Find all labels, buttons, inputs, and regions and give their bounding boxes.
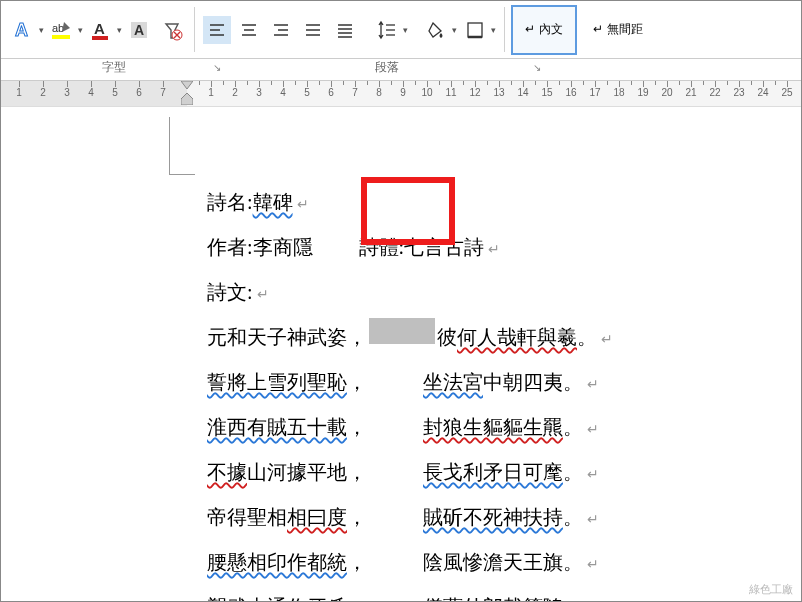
paragraph-mark-icon: ↵ [297, 184, 309, 226]
poem-left-4b: 山河據平地 [247, 451, 347, 493]
ruler-number: 22 [709, 87, 720, 98]
ruler-number: 5 [112, 87, 118, 98]
ruler-number: 2 [40, 87, 46, 98]
style-normal[interactable]: ↵ 內文 [511, 5, 577, 55]
poem-comma-4: ， [347, 451, 367, 493]
poem-left-5a: 帝得聖相 [207, 496, 287, 538]
ruler-number: 14 [517, 87, 528, 98]
doc-line-poem-6: 腰懸相印作都統， 陰風慘澹天王旗。↵ [207, 541, 613, 586]
paragraph-mark-icon: ↵ [587, 364, 599, 406]
font-group: A ▾ ab ▾ A ▾ A [1, 1, 192, 58]
form-label: 詩體: [359, 226, 405, 268]
paragraph-mark-icon: ↵ [587, 589, 599, 601]
highlight-button[interactable]: ab [48, 16, 76, 44]
dropdown-arrow-icon[interactable]: ▾ [491, 25, 496, 35]
poem-comma-3: ， [347, 406, 367, 448]
font-label-text: 字型 [102, 60, 126, 74]
borders-button[interactable] [461, 16, 489, 44]
paragraph-label-text: 段落 [375, 60, 399, 74]
poem-right-2a: 坐法宮 [423, 361, 483, 403]
poem-left-6: 腰懸相印作都統 [207, 541, 347, 583]
title-value: 韓碑 [253, 181, 293, 223]
ruler-number: 3 [256, 87, 262, 98]
ruler-number: 8 [376, 87, 382, 98]
align-left-button[interactable] [203, 16, 231, 44]
ruler-number: 15 [541, 87, 552, 98]
poem-punct-5: 。 [563, 496, 583, 538]
style-no-spacing[interactable]: ↵ 無間距 [585, 5, 651, 55]
dropdown-arrow-icon[interactable]: ▾ [39, 25, 44, 35]
author-value: 李商隱 [253, 226, 313, 268]
document-text[interactable]: 詩名:韓碑↵ 作者:李商隱 詩體:七言古詩↵ 詩文:↵ 元和天子神武姿， 彼何人… [207, 181, 613, 601]
paragraph-group-label: 段落 ↘ [227, 59, 547, 80]
poem-right-4: 長戈利矛日可麾 [423, 451, 563, 493]
dropdown-arrow-icon[interactable]: ▾ [452, 25, 457, 35]
paragraph-mark-icon: ↵ [587, 454, 599, 496]
poem-left-4a: 不據 [207, 451, 247, 493]
horizontal-ruler[interactable]: 7654321123456789101112131415161718192021… [1, 81, 801, 107]
svg-text:ab: ab [52, 22, 64, 34]
char-shading-button[interactable]: A [126, 16, 154, 44]
shading-fill-button[interactable] [422, 16, 450, 44]
poem-punct-4: 。 [563, 451, 583, 493]
ribbon-group-labels: 字型 ↘ 段落 ↘ [1, 59, 801, 81]
poem-punct-3: 。 [563, 406, 583, 448]
dropdown-arrow-icon[interactable]: ▾ [78, 25, 83, 35]
poem-right-pre-1: 彼 [437, 316, 457, 358]
font-color-button[interactable]: A [87, 16, 115, 44]
paragraph-mark-icon: ↵ [587, 499, 599, 541]
body-label: 詩文: [207, 271, 253, 313]
ruler-number: 10 [421, 87, 432, 98]
ruler-number: 23 [733, 87, 744, 98]
justify-button[interactable] [299, 16, 327, 44]
poem-punct-2: 。 [563, 361, 583, 403]
dropdown-arrow-icon[interactable]: ▾ [403, 25, 408, 35]
ruler-number: 16 [565, 87, 576, 98]
styles-group: ↵ 內文 ↵ 無間距 [507, 1, 655, 58]
dropdown-arrow-icon[interactable]: ▾ [117, 25, 122, 35]
first-line-indent-marker[interactable] [181, 81, 193, 91]
clear-formatting-button[interactable] [158, 16, 186, 44]
ruler-number: 6 [328, 87, 334, 98]
poem-left-2: 誓將上雪列聖恥 [207, 361, 347, 403]
paragraph-mark-icon: ↵ [488, 229, 500, 271]
poem-right-7: 儀曹外郎載筆隨 [423, 586, 563, 601]
hanging-indent-marker[interactable] [181, 91, 193, 105]
poem-right-2b: 中朝四夷 [483, 361, 563, 403]
doc-line-body-label: 詩文:↵ [207, 271, 613, 316]
distribute-button[interactable] [331, 16, 359, 44]
align-center-button[interactable] [235, 16, 263, 44]
svg-text:A: A [94, 20, 105, 37]
redacted-block [369, 318, 435, 344]
font-dialog-launcher-icon[interactable]: ↘ [213, 62, 221, 73]
ruler-number: 12 [469, 87, 480, 98]
doc-line-poem-3: 淮西有賊五十載， 封狼生貙貙生羆。↵ [207, 406, 613, 451]
poem-right-3: 封狼生貙貙生羆 [423, 406, 563, 448]
poem-comma-6: ， [347, 541, 367, 583]
poem-right-5: 賊斫不死神扶持 [423, 496, 563, 538]
paragraph-mark-icon: ↵ [257, 274, 269, 316]
line-spacing-button[interactable] [373, 16, 401, 44]
poem-punct-7: 。 [563, 586, 583, 601]
doc-line-poem-2: 誓將上雪列聖恥， 坐法宮中朝四夷。↵ [207, 361, 613, 406]
text-effects-button[interactable]: A [9, 16, 37, 44]
ruler-number: 20 [661, 87, 672, 98]
svg-rect-2 [52, 35, 70, 39]
ruler-number: 24 [757, 87, 768, 98]
paragraph-dialog-launcher-icon[interactable]: ↘ [533, 62, 541, 73]
group-separator [194, 7, 195, 52]
doc-line-title: 詩名:韓碑↵ [207, 181, 613, 226]
doc-line-author: 作者:李商隱 詩體:七言古詩↵ [207, 226, 613, 271]
poem-right-6: 陰風慘澹天王旗 [423, 541, 563, 583]
poem-comma-2: ， [347, 361, 367, 403]
ruler-number: 4 [88, 87, 94, 98]
doc-line-poem-4: 不據山河據平地， 長戈利矛日可麾。↵ [207, 451, 613, 496]
svg-marker-30 [181, 93, 193, 105]
ruler-number: 7 [352, 87, 358, 98]
ribbon: A ▾ ab ▾ A ▾ A [1, 1, 801, 59]
doc-line-poem-7: 愬武古通作牙爪， 儀曹外郎載筆隨。↵ [207, 586, 613, 601]
align-right-button[interactable] [267, 16, 295, 44]
document-area[interactable]: 詩名:韓碑↵ 作者:李商隱 詩體:七言古詩↵ 詩文:↵ 元和天子神武姿， 彼何人… [1, 107, 801, 601]
svg-rect-27 [468, 23, 482, 37]
ruler-number: 25 [781, 87, 792, 98]
